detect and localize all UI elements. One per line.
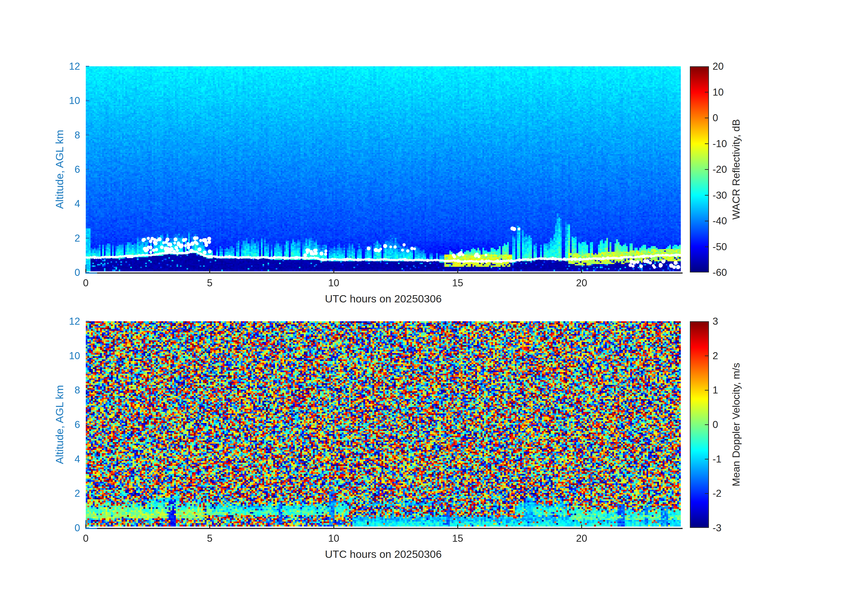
x-tick-mark <box>581 269 582 272</box>
y-tick-label: 0 <box>50 268 80 278</box>
y-tick-mark <box>86 493 89 494</box>
x-tick-mark <box>457 525 458 528</box>
y-tick-label: 10 <box>50 96 80 106</box>
x-tick-label: 20 <box>576 533 587 543</box>
velocity-heatmap <box>86 321 681 528</box>
x-tick-mark <box>334 525 334 528</box>
colorbar-tick-label: -50 <box>713 242 727 252</box>
colorbar-tick-label: 0 <box>713 113 718 123</box>
colorbar-tick-label: -30 <box>713 190 727 200</box>
colorbar-tick-label: 3 <box>713 316 718 326</box>
x-tick-mark <box>209 269 210 272</box>
reflectivity-colorbar <box>690 66 709 272</box>
colorbar-tick-label: -10 <box>713 139 727 149</box>
y-tick-label: 12 <box>50 316 80 326</box>
y-tick-label: 12 <box>50 61 80 71</box>
y-tick-mark <box>86 135 89 136</box>
x-tick-label: 5 <box>207 533 213 543</box>
y-tick-mark <box>86 203 89 204</box>
x-tick-label: 0 <box>83 278 89 288</box>
y-tick-mark <box>86 100 89 101</box>
colorbar-tick-label: 0 <box>713 420 718 430</box>
colorbar-tick-label: -3 <box>713 523 722 533</box>
x-tick-label: 20 <box>576 278 587 288</box>
y-axis-label: Altitude, AGL km <box>54 130 65 209</box>
x-tick-label: 15 <box>452 533 463 543</box>
y-tick-mark <box>86 66 89 67</box>
colorbar-tick-label: 20 <box>713 61 724 71</box>
x-tick-label: 10 <box>328 278 339 288</box>
y-tick-mark <box>86 321 89 322</box>
y-tick-mark <box>86 355 89 356</box>
x-tick-label: 15 <box>452 278 463 288</box>
y-tick-mark <box>86 458 89 460</box>
colorbar-tick-label: -2 <box>713 488 722 498</box>
y-axis-label: Altitude, AGL km <box>54 385 65 464</box>
x-tick-mark <box>457 269 458 272</box>
reflectivity-colorbar-title: WACR Reflectivity, dB <box>731 119 741 220</box>
x-axis-line <box>97 528 683 529</box>
colorbar-tick-label: 10 <box>713 87 724 97</box>
x-tick-label: 5 <box>207 278 213 288</box>
y-tick-label: 2 <box>50 488 80 498</box>
y-tick-label: 0 <box>50 523 80 533</box>
x-axis-line <box>97 272 683 274</box>
x-axis-label: UTC hours on 20250306 <box>325 549 442 559</box>
y-tick-label: 2 <box>50 233 80 243</box>
y-tick-label: 10 <box>50 351 80 361</box>
x-axis-label: UTC hours on 20250306 <box>325 293 442 304</box>
colorbar-tick-label: -60 <box>713 268 727 278</box>
y-tick-mark <box>86 424 89 425</box>
y-tick-mark <box>86 527 89 528</box>
x-tick-mark <box>334 269 334 272</box>
velocity-colorbar <box>690 321 709 528</box>
reflectivity-heatmap <box>86 66 681 272</box>
x-tick-label: 0 <box>83 533 89 543</box>
x-tick-mark <box>209 525 210 528</box>
y-tick-mark <box>86 272 89 273</box>
figure: 05101520024681012 Altitude, AGL km UTC h… <box>0 0 868 596</box>
colorbar-tick-label: 1 <box>713 385 718 395</box>
x-tick-label: 10 <box>328 533 339 543</box>
y-tick-mark <box>86 238 89 239</box>
colorbar-tick-label: -40 <box>713 216 727 226</box>
colorbar-tick-label: -20 <box>713 164 727 175</box>
y-tick-mark <box>86 390 89 390</box>
colorbar-tick-label: -1 <box>713 454 722 464</box>
y-tick-mark <box>86 169 89 170</box>
colorbar-tick-label: 2 <box>713 351 718 361</box>
velocity-colorbar-title: Mean Doppler Velocity, m/s <box>731 363 741 487</box>
x-tick-mark <box>581 525 582 528</box>
